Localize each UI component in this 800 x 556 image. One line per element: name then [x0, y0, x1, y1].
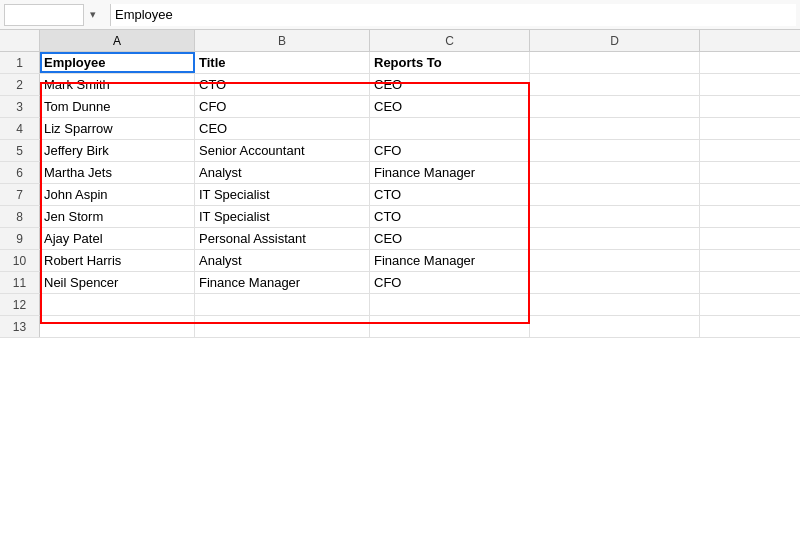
cell-b3[interactable]: CFO [195, 96, 370, 117]
cell-c12[interactable] [370, 294, 530, 315]
cell-b4[interactable]: CEO [195, 118, 370, 139]
spreadsheet-wrapper: A B C D 1EmployeeTitleReports To2Mark Sm… [0, 30, 800, 556]
table-row[interactable]: 6Martha JetsAnalystFinance Manager [0, 162, 800, 184]
row-number: 4 [0, 118, 40, 139]
table-row[interactable]: 2Mark SmithCTOCEO [0, 74, 800, 96]
cell-d7[interactable] [530, 184, 700, 205]
cell-d9[interactable] [530, 228, 700, 249]
table-row[interactable]: 8Jen StormIT SpecialistCTO [0, 206, 800, 228]
cell-c7[interactable]: CTO [370, 184, 530, 205]
table-row[interactable]: 10Robert HarrisAnalystFinance Manager [0, 250, 800, 272]
row-number: 8 [0, 206, 40, 227]
cell-b1[interactable]: Title [195, 52, 370, 73]
cell-a13[interactable] [40, 316, 195, 337]
cell-a1[interactable]: Employee [40, 52, 195, 73]
cell-d8[interactable] [530, 206, 700, 227]
table-row[interactable]: 12 [0, 294, 800, 316]
table-row[interactable]: 7John AspinIT SpecialistCTO [0, 184, 800, 206]
table-row[interactable]: 1EmployeeTitleReports To [0, 52, 800, 74]
cell-d5[interactable] [530, 140, 700, 161]
row-number: 13 [0, 316, 40, 337]
cell-d2[interactable] [530, 74, 700, 95]
cell-b13[interactable] [195, 316, 370, 337]
cell-c6[interactable]: Finance Manager [370, 162, 530, 183]
row-number: 3 [0, 96, 40, 117]
cell-a9[interactable]: Ajay Patel [40, 228, 195, 249]
cell-d6[interactable] [530, 162, 700, 183]
cell-a10[interactable]: Robert Harris [40, 250, 195, 271]
row-number: 10 [0, 250, 40, 271]
cell-c10[interactable]: Finance Manager [370, 250, 530, 271]
cell-c9[interactable]: CEO [370, 228, 530, 249]
row-number: 11 [0, 272, 40, 293]
cell-c4[interactable] [370, 118, 530, 139]
spreadsheet: A B C D 1EmployeeTitleReports To2Mark Sm… [0, 30, 800, 556]
col-header-a[interactable]: A [40, 30, 195, 51]
rows-container: 1EmployeeTitleReports To2Mark SmithCTOCE… [0, 52, 800, 556]
row-number: 6 [0, 162, 40, 183]
table-row[interactable]: 5Jeffery BirkSenior AccountantCFO [0, 140, 800, 162]
cell-a5[interactable]: Jeffery Birk [40, 140, 195, 161]
cell-reference-box[interactable] [4, 4, 84, 26]
cell-c8[interactable]: CTO [370, 206, 530, 227]
cell-d3[interactable] [530, 96, 700, 117]
cell-a3[interactable]: Tom Dunne [40, 96, 195, 117]
cell-c5[interactable]: CFO [370, 140, 530, 161]
cell-c11[interactable]: CFO [370, 272, 530, 293]
cell-b10[interactable]: Analyst [195, 250, 370, 271]
cell-a7[interactable]: John Aspin [40, 184, 195, 205]
cell-a2[interactable]: Mark Smith [40, 74, 195, 95]
row-number: 12 [0, 294, 40, 315]
col-header-c[interactable]: C [370, 30, 530, 51]
table-row[interactable]: 3Tom DunneCFOCEO [0, 96, 800, 118]
cell-b11[interactable]: Finance Manager [195, 272, 370, 293]
table-row[interactable]: 11Neil SpencerFinance ManagerCFO [0, 272, 800, 294]
row-number: 2 [0, 74, 40, 95]
dropdown-arrow-icon[interactable]: ▾ [90, 8, 96, 21]
cell-d11[interactable] [530, 272, 700, 293]
cell-a12[interactable] [40, 294, 195, 315]
cell-d13[interactable] [530, 316, 700, 337]
cell-a8[interactable]: Jen Storm [40, 206, 195, 227]
table-row[interactable]: 4Liz SparrowCEO [0, 118, 800, 140]
row-number: 7 [0, 184, 40, 205]
cell-b9[interactable]: Personal Assistant [195, 228, 370, 249]
cell-b5[interactable]: Senior Accountant [195, 140, 370, 161]
column-headers: A B C D [0, 30, 800, 52]
cell-c3[interactable]: CEO [370, 96, 530, 117]
cell-d4[interactable] [530, 118, 700, 139]
table-row[interactable]: 13 [0, 316, 800, 338]
formula-input[interactable] [110, 4, 796, 26]
formula-bar: ▾ [0, 0, 800, 30]
cell-a6[interactable]: Martha Jets [40, 162, 195, 183]
cell-c1[interactable]: Reports To [370, 52, 530, 73]
cell-c13[interactable] [370, 316, 530, 337]
cell-b6[interactable]: Analyst [195, 162, 370, 183]
row-number: 1 [0, 52, 40, 73]
cell-b7[interactable]: IT Specialist [195, 184, 370, 205]
cell-d12[interactable] [530, 294, 700, 315]
table-row[interactable]: 9Ajay PatelPersonal AssistantCEO [0, 228, 800, 250]
cell-a11[interactable]: Neil Spencer [40, 272, 195, 293]
col-header-d[interactable]: D [530, 30, 700, 51]
col-header-b[interactable]: B [195, 30, 370, 51]
cell-b2[interactable]: CTO [195, 74, 370, 95]
row-number: 9 [0, 228, 40, 249]
row-number: 5 [0, 140, 40, 161]
cell-d10[interactable] [530, 250, 700, 271]
cell-d1[interactable] [530, 52, 700, 73]
cell-b8[interactable]: IT Specialist [195, 206, 370, 227]
cell-a4[interactable]: Liz Sparrow [40, 118, 195, 139]
cell-c2[interactable]: CEO [370, 74, 530, 95]
cell-b12[interactable] [195, 294, 370, 315]
row-num-header [0, 30, 40, 51]
